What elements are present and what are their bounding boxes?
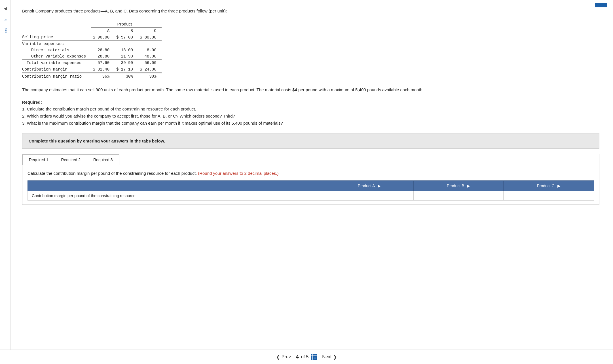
required-item-2: 2. Which orders would you advise the com… — [22, 113, 599, 120]
prev-arrow-icon: ❮ — [276, 354, 280, 360]
top-right-button[interactable] — [595, 3, 607, 7]
row-label: Other variable expenses — [22, 53, 91, 60]
answer-header-product-a: Product A ▶ — [325, 181, 414, 191]
cell-b: 18.00 — [115, 47, 138, 53]
table-row: Total variable expenses 57.60 39.90 56.0… — [22, 59, 162, 66]
answer-cell-b[interactable] — [414, 191, 504, 201]
tab-instruction-highlight: (Round your answers to 2 decimal places.… — [198, 171, 278, 176]
current-page: 4 — [296, 354, 299, 360]
answer-table: Product A ▶ Product B ▶ Product C ▶ — [28, 180, 594, 201]
answer-header-label — [28, 181, 325, 191]
product-table-container: Product A B C Selling price $ 90.00 $ 57… — [22, 21, 599, 80]
cell-b: $ 57.00 — [115, 34, 138, 41]
page-indicator: 4 of 5 — [296, 354, 317, 360]
product-header: Product — [91, 21, 161, 28]
tab-required-2[interactable]: Required 2 — [55, 154, 87, 165]
answer-table-header-row: Product A ▶ Product B ▶ Product C ▶ — [28, 181, 594, 191]
table-row: Variable expenses: — [22, 41, 162, 47]
row-label: Direct materials — [22, 47, 91, 53]
col-header-c: C — [138, 27, 162, 34]
row-label: Selling price — [22, 34, 91, 41]
cell-c: $ 80.00 — [138, 34, 162, 41]
required-heading: Required: — [22, 100, 42, 105]
tab-required-3[interactable]: Required 3 — [87, 154, 119, 165]
answer-header-product-b: Product B ▶ — [414, 181, 504, 191]
sidebar-label-k[interactable]: k — [4, 19, 7, 21]
table-row: Contribution margin ratio 36% 30% 30% — [22, 73, 162, 80]
col-header-a: A — [91, 27, 115, 34]
table-row: Selling price $ 90.00 $ 57.00 $ 80.00 — [22, 34, 162, 41]
cell-c: 8.00 — [138, 47, 162, 53]
required-item-1: 1. Calculate the contribution margin per… — [22, 106, 599, 113]
table-row: Other variable expenses 28.80 21.90 48.0… — [22, 53, 162, 60]
next-arrow-icon: ❯ — [333, 354, 337, 360]
input-product-c[interactable] — [537, 194, 560, 198]
answer-cell-a[interactable] — [325, 191, 414, 201]
cell-c: $ 24.00 — [138, 66, 162, 73]
cell-b: 21.90 — [115, 53, 138, 60]
row-label: Contribution margin — [22, 66, 91, 73]
cell-c: 48.00 — [138, 53, 162, 60]
answer-header-product-c: Product C ▶ — [503, 181, 594, 191]
answer-table-row: Contribution margin per pound of the con… — [28, 191, 594, 201]
prev-button[interactable]: ❮ Prev — [276, 354, 291, 360]
cell-c: 56.00 — [138, 59, 162, 66]
sidebar-collapse-arrow[interactable]: ◄ — [3, 6, 8, 12]
tabs-container: Required 1 Required 2 Required 3 Calcula… — [22, 154, 599, 205]
input-product-a[interactable] — [358, 194, 381, 198]
sidebar-label-ces[interactable]: ces — [4, 28, 7, 33]
next-label: Next — [322, 354, 331, 359]
col-header-b: B — [115, 27, 138, 34]
cell-a: $ 32.40 — [91, 66, 115, 73]
next-button[interactable]: Next ❯ — [322, 354, 337, 360]
tab-required-1[interactable]: Required 1 — [22, 154, 55, 165]
cell-b: 30% — [115, 73, 138, 80]
cell-a: 28.80 — [91, 53, 115, 60]
cell-a: 28.80 — [91, 47, 115, 53]
tab-content: Calculate the contribution margin per po… — [22, 165, 599, 205]
cell-a: 57.60 — [91, 59, 115, 66]
row-label: Variable expenses: — [22, 41, 91, 47]
table-row: Contribution margin $ 32.40 $ 17.10 $ 24… — [22, 66, 162, 73]
product-table: Product A B C Selling price $ 90.00 $ 57… — [22, 21, 162, 80]
prev-label: Prev — [282, 354, 291, 359]
grid-icon[interactable] — [311, 354, 317, 360]
left-sidebar: ◄ k ces — [0, 0, 11, 364]
paragraph-text: The company estimates that it can sell 9… — [22, 86, 599, 93]
answer-table-wrapper: Product A ▶ Product B ▶ Product C ▶ — [28, 180, 594, 201]
intro-text: Benoit Company produces three products—A… — [22, 8, 599, 14]
main-content: Benoit Company produces three products—A… — [11, 0, 613, 364]
complete-question-box: Complete this question by entering your … — [22, 133, 599, 149]
row-label: Total variable expenses — [22, 59, 91, 66]
cell-a: $ 90.00 — [91, 34, 115, 41]
cell-b: 39.90 — [115, 59, 138, 66]
cell-a: 36% — [91, 73, 115, 80]
of-text: of 5 — [301, 354, 309, 359]
required-item-3: 3. What is the maximum contribution marg… — [22, 120, 599, 127]
tab-instruction-text: Calculate the contribution margin per po… — [28, 171, 197, 176]
row-label: Contribution margin ratio — [22, 73, 91, 80]
complete-box-text: Complete this question by entering your … — [29, 139, 165, 143]
required-section: Required: 1. Calculate the contribution … — [22, 99, 599, 127]
answer-cell-c[interactable] — [503, 191, 594, 201]
table-row: Direct materials 28.80 18.00 8.00 — [22, 47, 162, 53]
answer-row-label: Contribution margin per pound of the con… — [28, 191, 325, 201]
cell-c: 30% — [138, 73, 162, 80]
tab-instruction: Calculate the contribution margin per po… — [28, 170, 594, 177]
bottom-navigation: ❮ Prev 4 of 5 Next ❯ — [0, 350, 613, 364]
input-product-b[interactable] — [447, 194, 470, 198]
cell-b: $ 17.10 — [115, 66, 138, 73]
tabs-header: Required 1 Required 2 Required 3 — [22, 154, 599, 165]
